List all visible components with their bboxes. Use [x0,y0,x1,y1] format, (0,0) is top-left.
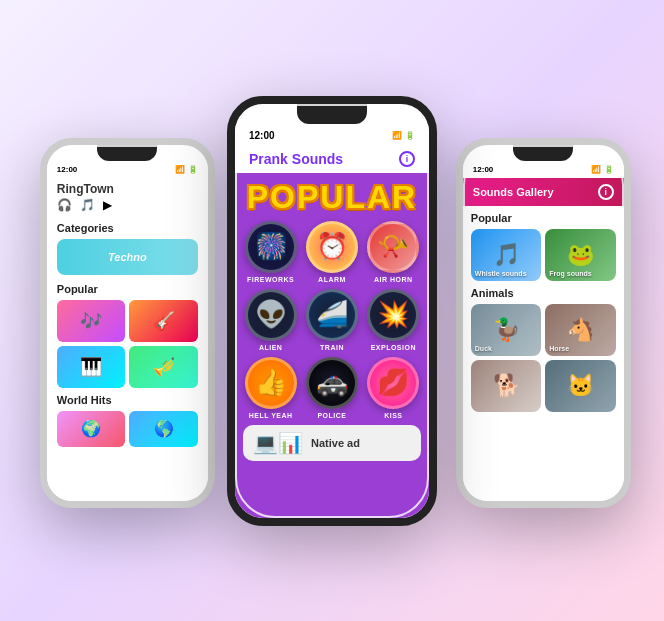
center-phone-notch [297,104,367,124]
dog-emoji: 🐕 [493,373,520,399]
horse-label: Horse [549,345,569,352]
gallery-popular-title: Popular [471,212,616,224]
right-phone: 12:00 📶🔋 Sounds Gallery i Popular 🎵 Whis… [456,138,631,508]
center-status-time: 12:00 [249,130,275,141]
police-circle: 🚓 [306,357,358,409]
popular-thumb-3[interactable]: 🎹 [57,346,126,388]
left-phone-notch [97,145,157,161]
sound-item-hellyeah[interactable]: 👍 HELL YEAH [243,357,298,419]
right-status-icons: 📶🔋 [591,165,614,174]
categories-title: Categories [57,222,198,234]
airhorn-circle: 📯 [367,221,419,273]
ad-visual-icon: 💻📊 [253,431,303,455]
popular-thumb-2[interactable]: 🎸 [129,300,198,342]
right-phone-notch [513,145,573,161]
native-ad-text: Native ad [311,437,360,449]
gallery-animals-row2: 🐕 🐱 [471,360,616,412]
left-status-bar: 12:00 📶🔋 [47,161,208,178]
alien-label: ALIEN [259,344,283,351]
police-label: POLICE [317,412,346,419]
gallery-header: Sounds Gallery i [463,178,624,206]
gallery-animals-title: Animals [471,287,616,299]
sound-item-police[interactable]: 🚓 POLICE [304,357,359,419]
cat-thumb[interactable]: 🐱 [545,360,616,412]
prank-content: POPULAR 🎆 FIREWORKS ⏰ ALARM 📯 AIR HORN 👽… [235,173,429,518]
ringtown-icons: 🎧 🎵 ▶ [57,198,198,212]
gallery-content: Popular 🎵 Whistle sounds 🐸 Frog sounds A… [463,206,624,501]
whistle-thumb[interactable]: 🎵 Whistle sounds [471,229,542,281]
fireworks-label: FIREWORKS [247,276,294,283]
left-status-time: 12:00 [57,165,77,174]
play-icon[interactable]: ▶ [103,198,112,212]
categories-banner-text: Techno [108,251,147,263]
sound-item-fireworks[interactable]: 🎆 FIREWORKS [243,221,298,283]
ringtown-content: Categories Techno Popular 🎶 🎸 🎹 🎺 World … [47,216,208,501]
gallery-title: Sounds Gallery [473,186,554,198]
cat-emoji: 🐱 [567,373,594,399]
horse-emoji: 🐴 [567,317,594,343]
train-circle: 🚄 [306,289,358,341]
sound-item-train[interactable]: 🚄 TRAIN [304,289,359,351]
popular-banner-title: POPULAR [243,181,421,213]
right-status-time: 12:00 [473,165,493,174]
prank-info-button[interactable]: i [399,151,415,167]
sound-item-kiss[interactable]: 💋 KISS [366,357,421,419]
gallery-popular-row: 🎵 Whistle sounds 🐸 Frog sounds [471,229,616,281]
world-thumb-2[interactable]: 🌎 [129,411,198,447]
kiss-label: KISS [384,412,402,419]
popular-grid: 🎶 🎸 🎹 🎺 [57,300,198,388]
prank-header: Prank Sounds i [235,147,429,173]
prank-title: Prank Sounds [249,151,343,167]
world-hits-title: World Hits [57,394,198,406]
alarm-label: ALARM [318,276,346,283]
duck-emoji: 🦆 [493,317,520,343]
duck-label: Duck [475,345,492,352]
gallery-info-button[interactable]: i [598,184,614,200]
left-phone: 12:00 📶🔋 RingTown 🎧 🎵 ▶ Categories Techn… [40,138,215,508]
left-status-icons: 📶🔋 [175,165,198,174]
sound-grid: 🎆 FIREWORKS ⏰ ALARM 📯 AIR HORN 👽 ALIEN 🚄… [243,221,421,419]
explosion-circle: 💥 [367,289,419,341]
headphone-icon[interactable]: 🎧 [57,198,72,212]
whistle-label: Whistle sounds [475,270,527,277]
explosion-label: EXPLOSION [371,344,416,351]
sound-item-airhorn[interactable]: 📯 AIR HORN [366,221,421,283]
frog-thumb[interactable]: 🐸 Frog sounds [545,229,616,281]
music-icon[interactable]: 🎵 [80,198,95,212]
alien-circle: 👽 [245,289,297,341]
kiss-circle: 💋 [367,357,419,409]
center-status-icons: 📶🔋 [392,131,415,140]
center-phone: 12:00 📶🔋 Prank Sounds i POPULAR 🎆 FIREWO… [227,96,437,526]
native-ad-banner[interactable]: 💻📊 Native ad [243,425,421,461]
airhorn-label: AIR HORN [374,276,413,283]
dog-thumb[interactable]: 🐕 [471,360,542,412]
right-status-bar: 12:00 📶🔋 [463,161,624,178]
ringtown-title: RingTown [57,182,198,196]
duck-thumb[interactable]: 🦆 Duck [471,304,542,356]
gallery-animals-row: 🦆 Duck 🐴 Horse [471,304,616,356]
frog-emoji: 🐸 [567,242,594,268]
sound-item-alarm[interactable]: ⏰ ALARM [304,221,359,283]
train-label: TRAIN [320,344,344,351]
sound-item-explosion[interactable]: 💥 EXPLOSION [366,289,421,351]
whistle-emoji: 🎵 [493,242,520,268]
popular-thumb-1[interactable]: 🎶 [57,300,126,342]
sound-item-alien[interactable]: 👽 ALIEN [243,289,298,351]
fireworks-circle: 🎆 [245,221,297,273]
hellyeah-circle: 👍 [245,357,297,409]
alarm-circle: ⏰ [306,221,358,273]
popular-thumb-4[interactable]: 🎺 [129,346,198,388]
ringtown-header: RingTown 🎧 🎵 ▶ [47,178,208,216]
categories-banner[interactable]: Techno [57,239,198,275]
popular-title: Popular [57,283,198,295]
frog-label: Frog sounds [549,270,591,277]
horse-thumb[interactable]: 🐴 Horse [545,304,616,356]
world-thumb-1[interactable]: 🌍 [57,411,126,447]
world-hits-row: 🌍 🌎 [57,411,198,447]
hellyeah-label: HELL YEAH [249,412,293,419]
center-status-bar: 12:00 📶🔋 [235,124,429,147]
